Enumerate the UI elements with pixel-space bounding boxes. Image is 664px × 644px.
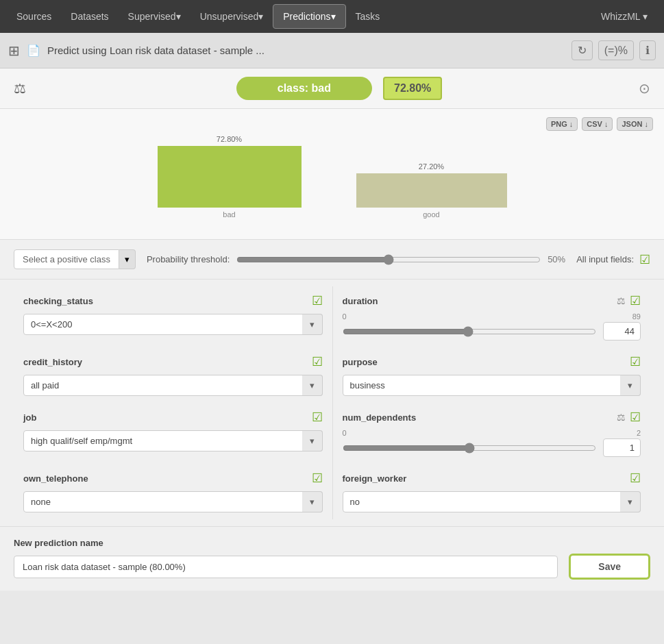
field-duration: duration ⚖ ☑ 0 89	[332, 286, 651, 347]
nav-datasets[interactable]: Datasets	[61, 0, 118, 33]
export-png-button[interactable]: PNG ↓	[546, 117, 578, 131]
positive-class-selector: Select a positive class ▾	[14, 249, 136, 269]
field-purpose-header: purpose ☑	[343, 354, 641, 369]
credit-history-check-icon[interactable]: ☑	[312, 354, 323, 369]
expand-button[interactable]: ⊙	[639, 80, 650, 97]
field-foreign-worker-header: foreign_worker ☑	[343, 471, 641, 486]
all-input-fields-label: All input fields:	[576, 254, 634, 264]
field-purpose: purpose ☑ business education furniture/e…	[332, 347, 651, 403]
field-credit-history: credit_history ☑ all paid critical/other…	[14, 347, 332, 403]
num-dependents-check-icon[interactable]: ☑	[630, 410, 641, 425]
new-prediction-name-label: New prediction name	[14, 538, 650, 548]
prediction-percentage: 72.80%	[383, 77, 442, 100]
field-own-telephone-header: own_telephone ☑	[23, 471, 323, 486]
code-button[interactable]: (=)%	[598, 40, 634, 60]
field-num-dependents-header: num_dependents ⚖ ☑	[343, 410, 641, 425]
duration-check-icon[interactable]: ☑	[630, 293, 641, 308]
fields-grid: checking_status ☑ 0<=X<200 no checking <…	[0, 280, 664, 526]
bar-bad: 72.80% bad	[158, 135, 302, 219]
info-button[interactable]: ℹ	[639, 40, 656, 60]
job-select[interactable]: high qualif/self emp/mgmt skilled unskil…	[23, 430, 323, 451]
duration-value-input[interactable]	[603, 322, 641, 340]
threshold-slider[interactable]	[236, 254, 541, 265]
positive-class-button[interactable]: Select a positive class	[14, 249, 119, 269]
bar-good: 27.20% good	[356, 162, 507, 219]
foreign-worker-select-wrapper: no yes ▾	[343, 491, 641, 512]
all-input-fields-check[interactable]: ☑	[639, 252, 650, 267]
prediction-result-bar: ⚖ class: bad 72.80% ⊙	[0, 69, 664, 109]
bottom-section: New prediction name Save	[0, 526, 664, 591]
field-credit-history-header: credit_history ☑	[23, 354, 323, 369]
field-checking-status-label: checking_status	[23, 296, 93, 306]
page-title: Predict using Loan risk data dataset - s…	[47, 45, 571, 56]
own-telephone-select[interactable]: none yes	[23, 491, 323, 512]
own-telephone-check-icon[interactable]: ☑	[312, 471, 323, 486]
all-input-fields: All input fields: ☑	[576, 252, 650, 267]
bar-good-pct: 27.20%	[419, 162, 444, 171]
bar-bad-pct: 72.80%	[217, 135, 242, 143]
probability-threshold-label: Probability threshold:	[147, 254, 230, 264]
prediction-name-input[interactable]	[14, 556, 558, 578]
doc-icon: 📄	[27, 44, 40, 57]
num-dependents-max-label: 2	[637, 429, 641, 437]
bar-bad-label: bad	[223, 210, 235, 219]
field-checking-status: checking_status ☑ 0<=X<200 no checking <…	[14, 286, 332, 347]
checking-status-select[interactable]: 0<=X<200 no checking <0 >=200	[23, 314, 323, 335]
bottom-row: Save	[14, 554, 650, 580]
field-duration-label: duration	[343, 296, 378, 306]
tree-icon: ⊞	[8, 42, 20, 59]
field-num-dependents-label: num_dependents	[343, 412, 417, 423]
field-credit-history-label: credit_history	[23, 357, 82, 367]
field-job-header: job ☑	[23, 410, 323, 425]
controls-section: Select a positive class ▾ Probability th…	[0, 240, 664, 280]
field-purpose-label: purpose	[343, 357, 378, 367]
credit-history-select-wrapper: all paid critical/other existing credit …	[23, 375, 323, 396]
header-bar: ⊞ 📄 Predict using Loan risk data dataset…	[0, 33, 664, 69]
num-dependents-min-label: 0	[343, 429, 347, 437]
field-own-telephone: own_telephone ☑ none yes ▾	[14, 464, 332, 519]
chart-area: PNG ↓ CSV ↓ JSON ↓ 72.80% bad 27.20% goo…	[0, 109, 664, 240]
threshold-value: 50%	[548, 254, 565, 264]
duration-max-label: 89	[632, 312, 641, 321]
prediction-result: class: bad 72.80%	[40, 77, 639, 100]
purpose-select[interactable]: business education furniture/equipment n…	[343, 375, 641, 396]
duration-slider-row	[343, 322, 641, 340]
duration-scale-icon: ⚖	[617, 295, 626, 306]
checking-status-check-icon[interactable]: ☑	[312, 293, 323, 308]
field-job: job ☑ high qualif/self emp/mgmt skilled …	[14, 403, 332, 464]
save-button[interactable]: Save	[569, 554, 650, 580]
job-check-icon[interactable]: ☑	[312, 410, 323, 425]
field-duration-header: duration ⚖ ☑	[343, 293, 641, 308]
field-job-label: job	[23, 412, 37, 423]
field-foreign-worker-label: foreign_worker	[343, 473, 407, 484]
duration-slider[interactable]	[343, 326, 597, 337]
refresh-button[interactable]: ↻	[571, 40, 593, 60]
foreign-worker-select[interactable]: no yes	[343, 491, 641, 512]
field-foreign-worker: foreign_worker ☑ no yes ▾	[332, 464, 651, 519]
num-dependents-slider[interactable]	[343, 443, 597, 454]
export-csv-button[interactable]: CSV ↓	[582, 117, 613, 131]
nav-sources[interactable]: Sources	[7, 0, 61, 33]
field-own-telephone-label: own_telephone	[23, 473, 88, 484]
bar-good-label: good	[423, 210, 439, 219]
nav-whizzml[interactable]: WhizzML ▾	[591, 11, 657, 22]
prediction-class-label: class: bad	[236, 77, 372, 100]
num-dependents-value-input[interactable]	[603, 438, 641, 457]
checking-status-select-wrapper: 0<=X<200 no checking <0 >=200 ▾	[23, 314, 323, 335]
nav-supervised[interactable]: Supervised ▾	[119, 0, 190, 33]
main-container: ⊞ 📄 Predict using Loan risk data dataset…	[0, 33, 664, 591]
probability-threshold-control: Probability threshold: 50%	[147, 254, 565, 265]
positive-class-dropdown-arrow[interactable]: ▾	[119, 249, 136, 269]
nav-unsupervised[interactable]: Unsupervised ▾	[190, 0, 273, 33]
purpose-check-icon[interactable]: ☑	[630, 354, 641, 369]
export-buttons: PNG ↓ CSV ↓ JSON ↓	[546, 117, 653, 131]
job-select-wrapper: high qualif/self emp/mgmt skilled unskil…	[23, 430, 323, 451]
purpose-select-wrapper: business education furniture/equipment n…	[343, 375, 641, 396]
duration-min-label: 0	[343, 312, 347, 321]
nav-tasks[interactable]: Tasks	[346, 0, 390, 33]
foreign-worker-check-icon[interactable]: ☑	[630, 471, 641, 486]
export-json-button[interactable]: JSON ↓	[617, 117, 653, 131]
nav-predictions[interactable]: Predictions ▾	[273, 4, 345, 29]
own-telephone-select-wrapper: none yes ▾	[23, 491, 323, 512]
credit-history-select[interactable]: all paid critical/other existing credit …	[23, 375, 323, 396]
